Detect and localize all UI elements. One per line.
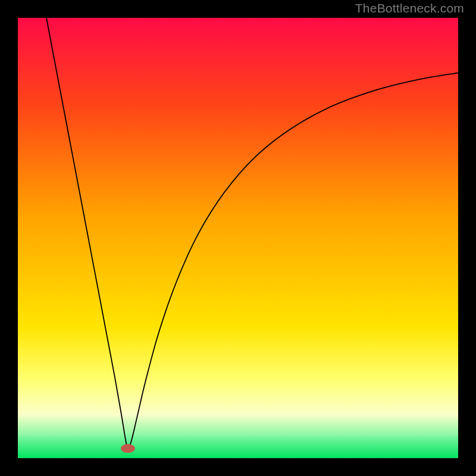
chart-background <box>18 18 458 458</box>
minimum-marker <box>121 444 135 453</box>
watermark-text: TheBottleneck.com <box>355 1 464 15</box>
chart-plot-area <box>18 18 458 458</box>
chart-bottom-band <box>18 436 458 458</box>
chart-frame: TheBottleneck.com <box>0 0 476 476</box>
chart-svg <box>18 18 458 458</box>
